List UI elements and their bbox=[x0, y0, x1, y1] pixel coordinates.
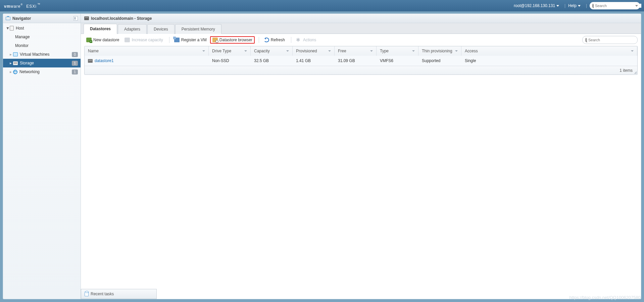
col-type[interactable]: Type bbox=[377, 46, 418, 56]
brand-ware: ware bbox=[10, 4, 20, 9]
grid-search-input[interactable] bbox=[588, 38, 635, 42]
content-area: Datastores Adapters Devices Persistent M… bbox=[81, 23, 641, 299]
datastore-browser-icon bbox=[212, 38, 218, 42]
main-panel: localhost.localdomain - Storage Datastor… bbox=[81, 14, 641, 299]
type-cell: VMFS6 bbox=[377, 56, 418, 66]
free-cell: 31.09 GB bbox=[335, 56, 377, 66]
sort-icon bbox=[370, 50, 373, 52]
nav-storage-label: Storage bbox=[20, 61, 34, 65]
sort-icon bbox=[286, 50, 289, 52]
content-header: localhost.localdomain - Storage bbox=[81, 14, 641, 23]
col-free[interactable]: Free bbox=[335, 46, 377, 56]
sort-icon bbox=[455, 50, 458, 52]
sort-icon bbox=[202, 50, 205, 52]
nav-vms-label: Virtual Machines bbox=[20, 52, 50, 57]
capacity-cell: 32.5 GB bbox=[251, 56, 293, 66]
nav-list: ▼ Host Manage Monitor ▸ Virtual Machines… bbox=[3, 23, 81, 76]
increase-capacity-button: Increase capacity bbox=[122, 37, 165, 43]
tab-adapters[interactable]: Adapters bbox=[118, 24, 147, 34]
separator bbox=[259, 37, 259, 43]
search-icon bbox=[585, 38, 587, 42]
nav-host[interactable]: ▼ Host bbox=[3, 24, 81, 33]
clipboard-icon bbox=[85, 292, 89, 296]
nav-storage[interactable]: ▸ Storage 1 bbox=[3, 59, 81, 67]
tab-devices[interactable]: Devices bbox=[147, 24, 175, 34]
networking-count-badge: 1 bbox=[72, 69, 78, 74]
chevron-down-icon bbox=[578, 5, 581, 7]
vms-count-badge: 0 bbox=[72, 52, 78, 57]
separator bbox=[169, 37, 169, 43]
datastore-grid: Name Drive Type Capacity Provisioned Fre… bbox=[84, 46, 638, 75]
datastore-name-cell[interactable]: datastore1 bbox=[85, 56, 209, 66]
chevron-down-icon bbox=[556, 5, 559, 7]
vm-icon bbox=[13, 52, 18, 56]
navigator-title: Navigator bbox=[12, 16, 31, 21]
provisioned-cell: 1.41 GB bbox=[293, 56, 335, 66]
col-access[interactable]: Access bbox=[461, 46, 637, 56]
drive-type-cell: Non-SSD bbox=[209, 56, 251, 66]
storage-count-badge: 1 bbox=[72, 61, 78, 66]
tab-body: New datastore Increase capacity Register… bbox=[81, 34, 641, 299]
tree-toggle-icon[interactable]: ▸ bbox=[9, 61, 12, 65]
nav-host-label: Host bbox=[16, 26, 24, 31]
nav-virtual-machines[interactable]: ▸ Virtual Machines 0 bbox=[3, 50, 81, 59]
brand-vm: vm bbox=[4, 4, 10, 9]
sort-icon bbox=[412, 50, 415, 52]
breadcrumb: localhost.localdomain - Storage bbox=[91, 16, 152, 21]
navigator-header: Navigator bbox=[3, 14, 81, 23]
app-frame: Navigator ▼ Host Manage Monitor ▸ Virtua… bbox=[3, 13, 641, 299]
sort-icon bbox=[631, 50, 634, 52]
grid-search[interactable] bbox=[582, 36, 638, 44]
sort-icon bbox=[244, 50, 247, 52]
col-thin-provisioning[interactable]: Thin provisioning bbox=[418, 46, 461, 56]
grid-header: Name Drive Type Capacity Provisioned Fre… bbox=[85, 46, 637, 56]
refresh-button[interactable]: Refresh bbox=[262, 37, 287, 43]
toolbar: New datastore Increase capacity Register… bbox=[81, 34, 641, 46]
nav-monitor[interactable]: Monitor bbox=[3, 41, 81, 50]
networking-icon bbox=[13, 70, 17, 74]
brand-logo: vmware® ESXi™ bbox=[4, 2, 41, 9]
actions-button: Actions bbox=[294, 37, 318, 43]
chevron-down-icon bbox=[635, 5, 638, 7]
storage-icon bbox=[84, 16, 89, 20]
col-name[interactable]: Name bbox=[85, 46, 209, 56]
separator bbox=[291, 37, 291, 43]
register-vm-button[interactable]: Register a VM bbox=[172, 37, 209, 43]
col-provisioned[interactable]: Provisioned bbox=[293, 46, 335, 56]
new-datastore-button[interactable]: New datastore bbox=[84, 37, 121, 43]
nav-networking-label: Networking bbox=[19, 69, 40, 74]
tab-persistent-memory[interactable]: Persistent Memory bbox=[175, 24, 221, 34]
help-menu[interactable]: Help bbox=[568, 3, 581, 8]
item-count: 1 items bbox=[620, 68, 633, 73]
tab-datastores[interactable]: Datastores bbox=[84, 24, 117, 34]
nav-networking[interactable]: ▸ Networking 1 bbox=[3, 67, 81, 76]
refresh-icon bbox=[264, 38, 269, 42]
global-search-input[interactable] bbox=[595, 4, 641, 8]
top-bar: vmware® ESXi™ root@192.168.130.131 | Hel… bbox=[0, 0, 644, 11]
thin-cell: Supported bbox=[418, 56, 461, 66]
brand-tm: ™ bbox=[37, 3, 41, 6]
search-icon bbox=[592, 4, 594, 8]
storage-icon bbox=[13, 61, 18, 65]
tree-toggle-icon[interactable]: ▸ bbox=[9, 52, 12, 57]
watermark: https://blog.csdn.net/QQ1006207580 bbox=[569, 295, 641, 300]
nav-manage[interactable]: Manage bbox=[3, 33, 81, 41]
col-drive-type[interactable]: Drive Type bbox=[209, 46, 251, 56]
datastore-browser-button[interactable]: Datastore browser bbox=[210, 36, 255, 44]
access-cell: Single bbox=[461, 56, 637, 66]
gear-icon bbox=[296, 38, 301, 42]
brand-product: ESXi bbox=[26, 4, 37, 9]
recent-tasks-panel[interactable]: Recent tasks bbox=[81, 289, 157, 299]
user-menu[interactable]: root@192.168.130.131 bbox=[514, 3, 559, 8]
col-capacity[interactable]: Capacity bbox=[251, 46, 293, 56]
tree-toggle-icon[interactable]: ▼ bbox=[6, 26, 9, 31]
table-row[interactable]: datastore1 Non-SSD 32.5 GB 1.41 GB 31.09… bbox=[85, 56, 637, 66]
recent-tasks-label: Recent tasks bbox=[91, 292, 114, 296]
collapse-icon[interactable] bbox=[73, 16, 78, 20]
tab-bar: Datastores Adapters Devices Persistent M… bbox=[81, 23, 641, 34]
tree-toggle-icon[interactable]: ▸ bbox=[9, 69, 12, 74]
sort-icon bbox=[328, 50, 331, 52]
datastore-icon bbox=[88, 59, 93, 63]
global-search[interactable] bbox=[590, 2, 640, 9]
grid-footer: 1 items bbox=[85, 66, 637, 74]
